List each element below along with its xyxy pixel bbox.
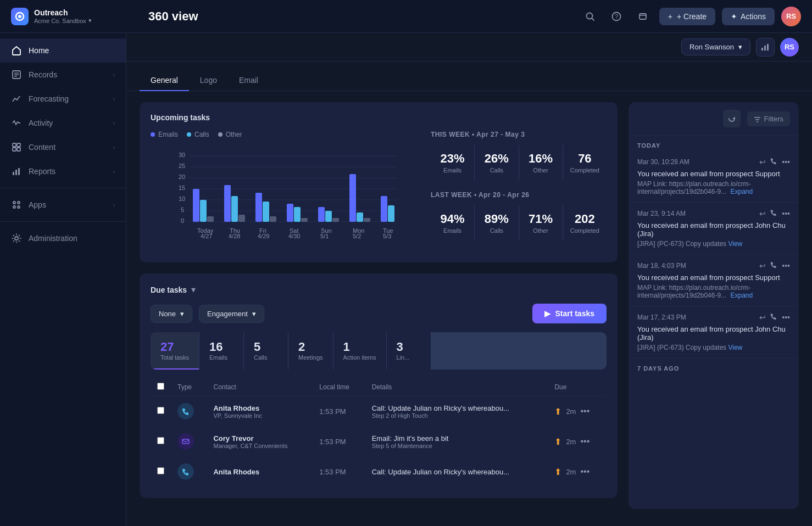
chart-view-button[interactable] xyxy=(756,38,775,57)
activity-item-1: Mar 30, 10:28 AM ↩ ••• You received an e… xyxy=(629,151,799,203)
svg-text:15: 15 xyxy=(179,184,185,191)
user-avatar[interactable]: RS xyxy=(781,7,801,26)
filters-button[interactable]: Filters xyxy=(747,111,790,126)
sidebar-item-activity[interactable]: Activity › xyxy=(0,111,126,135)
svg-rect-52 xyxy=(294,207,301,222)
stat-calls-this-value: 26% xyxy=(481,152,511,166)
svg-text:0: 0 xyxy=(181,217,184,224)
select-all-checkbox[interactable] xyxy=(157,383,164,390)
more-button-3[interactable]: ••• xyxy=(782,261,790,270)
reply-button-2[interactable]: ↩ xyxy=(759,209,766,218)
reports-icon xyxy=(11,166,22,177)
stat-calls-last-value: 89% xyxy=(481,212,511,226)
user-select-bar: Ron Swanson ▾ RS xyxy=(126,33,812,61)
reply-button-3[interactable]: ↩ xyxy=(759,261,766,270)
row3-type xyxy=(171,457,207,487)
forecasting-chevron-icon: › xyxy=(113,96,115,102)
row1-local-time: 1:53 PM xyxy=(319,407,346,416)
svg-text:10: 10 xyxy=(179,195,185,202)
due-tasks-title: Due tasks xyxy=(151,286,187,294)
due-tasks-dropdown-icon[interactable]: ▾ xyxy=(191,284,196,295)
task-stat-total[interactable]: 27 Total tasks xyxy=(151,332,199,370)
task-stat-emails[interactable]: 16 Emails xyxy=(199,332,243,370)
sidebar-item-forecasting[interactable]: Forecasting › xyxy=(0,87,126,111)
help-button[interactable]: ? xyxy=(607,7,626,26)
more-button-4[interactable]: ••• xyxy=(782,313,790,322)
tab-general[interactable]: General xyxy=(140,70,189,91)
reply-button-4[interactable]: ↩ xyxy=(759,313,766,322)
none-filter-select[interactable]: None ▾ xyxy=(151,305,192,323)
task-stat-calls[interactable]: 5 Calls xyxy=(244,332,288,370)
more-button-2[interactable]: ••• xyxy=(782,209,790,218)
row2-due-time: 2m xyxy=(566,438,576,446)
reply-button-1[interactable]: ↩ xyxy=(759,158,766,166)
svg-text:5: 5 xyxy=(181,206,184,213)
sidebar-item-forecasting-label: Forecasting xyxy=(29,94,69,103)
task-stat-linkedin-label: Lin... xyxy=(397,354,421,361)
notifications-button[interactable] xyxy=(633,7,653,26)
sidebar-item-administration[interactable]: Administration xyxy=(0,226,126,250)
sidebar-item-apps-label: Apps xyxy=(29,200,46,209)
records-icon xyxy=(11,69,22,80)
sidebar-item-apps[interactable]: Apps › xyxy=(0,193,126,217)
create-button[interactable]: + + Create xyxy=(659,8,715,25)
nav-actions: ? + + Create ✦ Actions RS xyxy=(580,7,801,26)
task-stat-meetings[interactable]: 2 Meetings xyxy=(288,332,333,370)
row1-more-button[interactable]: ••• xyxy=(580,406,589,416)
row3-more-button[interactable]: ••• xyxy=(580,467,589,477)
call-button-1[interactable] xyxy=(770,158,777,166)
svg-rect-26 xyxy=(764,46,766,51)
row2-detail-main: Email: Jim it's been a bit xyxy=(372,434,542,443)
tab-email[interactable]: Email xyxy=(228,70,269,91)
sidebar-item-records[interactable]: Records › xyxy=(0,63,126,87)
tab-logo[interactable]: Logo xyxy=(189,70,228,91)
svg-point-24 xyxy=(15,237,18,240)
page-title: 360 view xyxy=(137,9,580,24)
svg-text:5/3: 5/3 xyxy=(383,233,391,239)
sidebar-item-reports[interactable]: Reports › xyxy=(0,159,126,183)
svg-rect-47 xyxy=(238,215,245,222)
row2-local-time: 1:53 PM xyxy=(319,438,346,446)
chevron-down-icon[interactable]: ▾ xyxy=(88,17,92,24)
view-link-1[interactable]: View xyxy=(728,240,742,248)
task-stat-meetings-value: 2 xyxy=(298,340,323,354)
svg-text:30: 30 xyxy=(179,152,185,158)
svg-rect-76 xyxy=(182,439,189,444)
row1-checkbox[interactable] xyxy=(157,407,164,414)
actions-button[interactable]: ✦ Actions xyxy=(722,8,775,25)
chart-svg: 30 25 20 15 10 5 0 xyxy=(151,145,418,246)
user-avatar-small[interactable]: RS xyxy=(780,38,799,57)
call-button-4[interactable] xyxy=(770,313,777,322)
stat-emails-last-label: Emails xyxy=(437,227,468,234)
user-select-button[interactable]: Ron Swanson ▾ xyxy=(681,38,750,55)
refresh-button[interactable] xyxy=(723,110,741,127)
sidebar-item-home[interactable]: Home xyxy=(0,38,126,63)
sidebar-item-content[interactable]: Content › xyxy=(0,135,126,159)
view-link-2[interactable]: View xyxy=(728,344,742,351)
call-button-3[interactable] xyxy=(770,261,777,270)
expand-link-2[interactable]: Expand xyxy=(730,292,753,299)
table-row: Cory Trevor Manager, C&T Convenients 1:5… xyxy=(151,427,607,457)
engagement-filter-chevron-icon: ▾ xyxy=(252,310,256,318)
svg-text:5/1: 5/1 xyxy=(320,233,329,239)
row3-checkbox[interactable] xyxy=(157,467,164,474)
call-button-2[interactable] xyxy=(770,209,777,218)
task-stat-action-items[interactable]: 1 Action items xyxy=(333,332,386,370)
stat-emails-this-value: 23% xyxy=(437,152,468,166)
start-tasks-button[interactable]: ▶ Start tasks xyxy=(532,304,607,323)
row2-due: ⬆ 2m ••• xyxy=(548,427,607,457)
row2-more-button[interactable]: ••• xyxy=(580,437,589,446)
engagement-filter-select[interactable]: Engagement ▾ xyxy=(199,305,264,323)
svg-rect-19 xyxy=(18,168,20,175)
row1-due: ⬆ 2m ••• xyxy=(548,396,607,427)
row3-due-time: 2m xyxy=(566,468,576,476)
logo-text: Outreach Acme Co. Sandbox ▾ xyxy=(34,8,92,24)
row2-checkbox[interactable] xyxy=(157,437,164,444)
right-panel: Filters TODAY Mar 30, 10:28 AM ↩ xyxy=(629,102,799,509)
more-button-1[interactable]: ••• xyxy=(782,158,790,166)
search-button[interactable] xyxy=(580,7,600,26)
task-stat-linkedin[interactable]: 3 Lin... xyxy=(387,332,431,370)
row1-contact-role: VP, Sunnyvale Inc xyxy=(213,412,306,419)
expand-link-1[interactable]: Expand xyxy=(730,188,753,195)
dashboard-body: Upcoming tasks Emails Calls xyxy=(126,91,812,520)
